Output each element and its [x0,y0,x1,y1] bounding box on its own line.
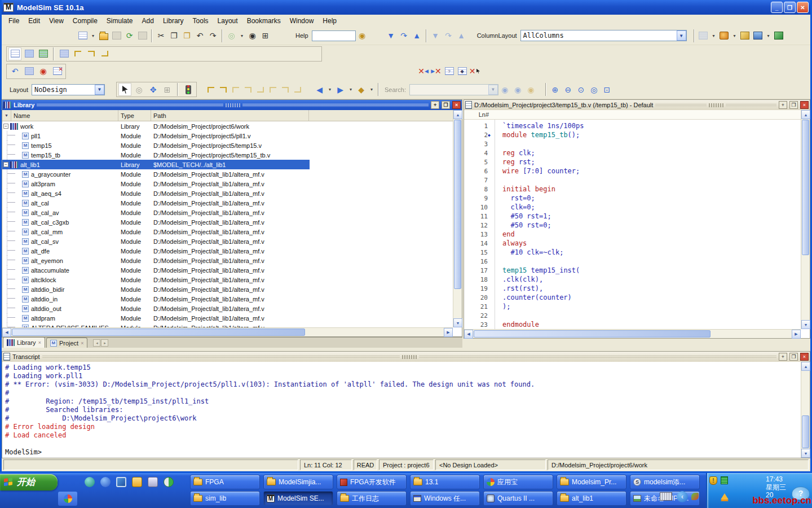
quicklaunch-tool-icon[interactable] [164,477,174,487]
scroll-up-icon[interactable]: ▲ [801,362,810,371]
wave-corner3-icon[interactable] [102,51,108,56]
fold-all-dropdown-icon[interactable]: ▾ [368,83,376,96]
source-code-area[interactable]: 1 `timescale 1ns/100ps 2 ◆ module temp15… [464,120,801,329]
tab-scroll-left-icon[interactable]: ◂ [93,339,100,347]
zoom-in-icon[interactable]: ⊕ [549,83,562,96]
redo-icon[interactable]: ↷ [206,29,219,42]
find-icon[interactable]: ◉ [246,29,259,42]
export-columns-icon[interactable] [773,29,785,42]
scroll-right-icon[interactable]: ▶ [444,328,453,337]
zoom-last-icon[interactable]: ◎ [588,83,601,96]
undock-button[interactable]: ❐ [442,101,450,109]
scroll-right-icon[interactable]: ▶ [792,330,801,339]
goto-up-icon[interactable]: ▲ [455,29,468,42]
search-combo[interactable]: ▼ [409,84,498,95]
open-icon[interactable] [97,29,110,42]
help-input[interactable] [312,30,356,41]
library-tree[interactable]: − work Library D:/Modelsim_Project/proje… [2,121,453,327]
taskbar-button[interactable]: FPGA [190,475,260,489]
paste-icon[interactable]: ❐ [180,29,193,42]
page-white-icon[interactable] [8,47,21,60]
edit-columns-icon[interactable] [739,29,752,42]
delete-doc-icon[interactable]: ✕ [51,65,64,78]
line-number[interactable]: 3 [464,141,488,148]
library-tree-row[interactable]: a_graycounter Module D:/Modelsim_Project… [2,169,310,179]
scroll-thumb[interactable] [802,415,809,448]
column-layout-dropdown-icon[interactable]: ▼ [677,30,686,41]
taskbar-button[interactable]: Quartus II ... [483,491,553,506]
line-number[interactable]: 21 [464,303,488,310]
library-tree-row[interactable]: altddio_bidir Module D:/Modelsim_Project… [2,284,310,294]
compile-icon[interactable]: ◎ [225,29,238,42]
library-tree-row[interactable]: temp15 Module D:/Modelsim_Project/projec… [2,141,310,150]
header-grip[interactable] [402,355,417,359]
header-grip[interactable] [709,103,723,107]
taskbar-button[interactable]: ModelSim SE... [263,491,333,506]
quicklaunch-browser-icon[interactable] [100,477,111,487]
library-tree-row[interactable]: alt_cal_mm Module D:/Modelsim_Project/al… [2,227,310,237]
goto-wrap-icon[interactable]: ↷ [442,29,455,42]
scroll-down-icon[interactable]: ▼ [453,318,462,327]
line-number[interactable]: 4 [464,150,488,157]
line-number[interactable]: 20 [464,294,488,301]
clear-diff-icon[interactable]: ✕ [469,65,482,78]
library-tree-row[interactable]: alt_eyemon Module D:/Modelsim_Project/al… [2,256,310,265]
line-number[interactable]: 11 [464,213,488,220]
layout-combo[interactable]: NoDesign ▼ [32,84,105,95]
undock-button[interactable]: ❐ [789,101,798,109]
filter-icon[interactable]: ▼ [2,110,11,121]
source-vertical-scrollbar[interactable]: ▲ ▼ [801,110,810,329]
quicklaunch-desktop-icon[interactable] [116,477,126,487]
library-tree-row[interactable]: alt_cal_c3gxb Module D:/Modelsim_Project… [2,217,310,227]
collapse-left-dropdown-icon[interactable]: ▾ [326,83,334,96]
next-diff-icon[interactable]: ▶✕ [430,65,443,78]
dock-button[interactable]: + [779,101,787,109]
search-dropdown-icon[interactable]: ▼ [488,85,498,95]
quicklaunch-pinned-app[interactable] [58,492,77,506]
keyboard-language-icon[interactable] [660,492,672,501]
page-blue-icon[interactable] [23,47,36,60]
line-number[interactable]: 10 [464,204,488,211]
expand-tree-icon[interactable]: ⊞ [259,29,272,42]
line-number[interactable]: 18 [464,276,488,283]
tab-library[interactable]: Library × [3,337,45,348]
search-up-icon[interactable]: ◉ [511,83,524,96]
library-horizontal-scrollbar[interactable]: ◀ ▶ [2,327,453,336]
tray-app-icon[interactable] [691,493,699,500]
library-tree-row[interactable]: altaccumulate Module D:/Modelsim_Project… [2,265,310,275]
search-input[interactable] [412,85,480,94]
tab-project[interactable]: Project × [46,338,88,348]
new-file-dropdown-icon[interactable]: ▾ [89,29,97,42]
library-vertical-scrollbar[interactable]: ▲ ▼ [453,110,462,327]
wave-window-icon[interactable] [23,65,36,78]
undo-icon[interactable]: ↶ [193,29,206,42]
library-tree-row[interactable]: − alt_lib1 Library $MODEL_TECH/../alt_li… [2,160,310,169]
filter-orange-icon[interactable] [718,29,731,42]
scroll-left-icon[interactable]: ◀ [464,330,473,339]
scroll-thumb[interactable] [12,329,305,336]
undock-button[interactable]: ❐ [789,353,798,361]
security-shield-icon[interactable]: ! [709,476,717,485]
tray-collapse-icon[interactable]: ‹ [677,491,688,502]
library-tree-row[interactable]: temp15_tb Module D:/Modelsim_Project/pro… [2,150,310,160]
minimize-button[interactable]: _ [771,2,783,13]
library-tree-row[interactable]: − work Library D:/Modelsim_Project/proje… [2,121,310,131]
save-icon[interactable] [110,29,123,42]
help-search-icon[interactable]: ◉ [356,29,369,42]
layout-config-icon[interactable] [697,29,710,42]
source-horizontal-scrollbar[interactable]: ◀ ▶ [464,329,801,338]
taskbar-button[interactable]: Modelsim_Pr... [557,475,626,489]
scroll-thumb[interactable] [454,120,461,289]
menu-item[interactable]: Edit [24,16,45,26]
tab-close-icon[interactable]: × [81,340,83,346]
expand-right-icon[interactable]: ▶ [334,83,347,96]
menu-item[interactable]: Compile [68,16,102,26]
library-tree-row[interactable]: altclklock Module D:/Modelsim_Project/al… [2,275,310,284]
header-grip[interactable] [226,103,240,107]
dock-button[interactable]: + [431,101,439,109]
scroll-down-icon[interactable]: ▼ [801,320,810,329]
taskbar-button[interactable]: 13.1 [410,475,480,489]
goto-down-icon[interactable]: ▼ [429,29,442,42]
taskbar-button[interactable]: Windows 任... [410,491,480,506]
layout-dropdown-icon[interactable]: ▼ [95,85,104,95]
